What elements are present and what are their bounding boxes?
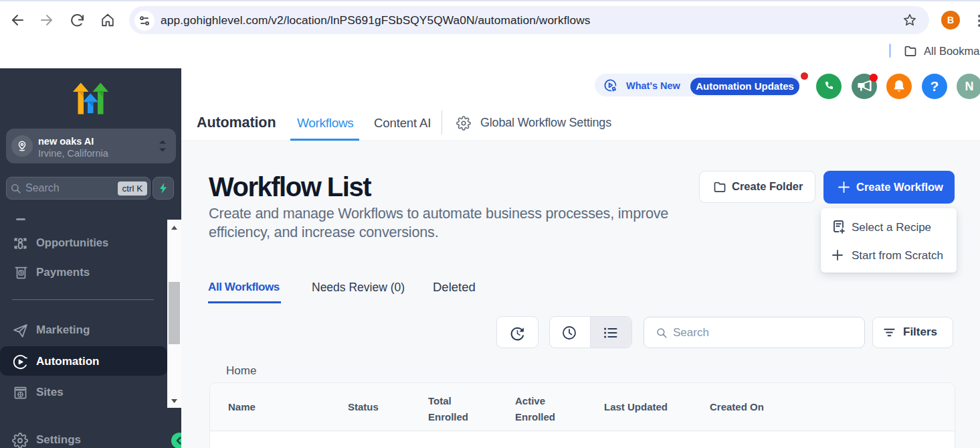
svg-text:$: $: [20, 270, 23, 275]
